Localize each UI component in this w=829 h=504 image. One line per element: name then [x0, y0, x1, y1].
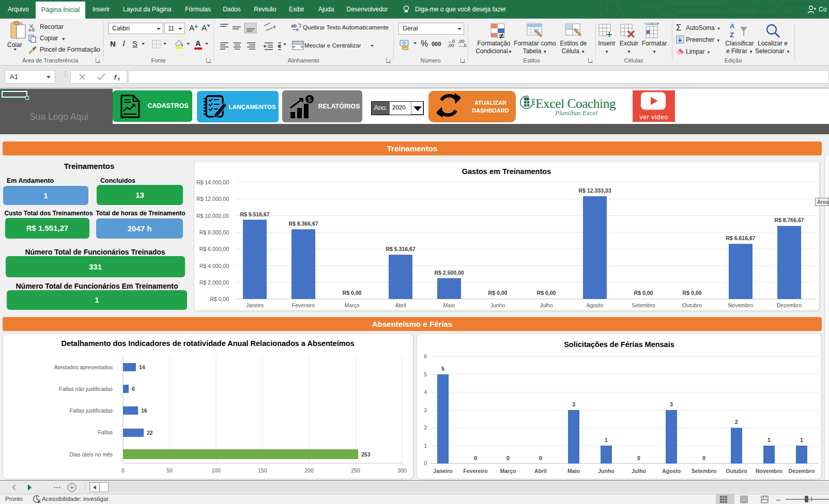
svg-text:Maio: Maio: [567, 468, 580, 474]
svg-text:Faltas não justificadas: Faltas não justificadas: [59, 386, 113, 392]
svg-text:Abril: Abril: [534, 468, 547, 474]
svg-text:A: A: [730, 22, 735, 30]
svg-text:Abril: Abril: [395, 302, 406, 308]
svg-text:R$ 5.316,67: R$ 5.316,67: [386, 246, 415, 252]
svg-text:R$ 0,00: R$ 0,00: [634, 290, 653, 296]
svg-text:R$ 0,00: R$ 0,00: [537, 290, 556, 296]
svg-text:Março: Março: [344, 302, 359, 308]
svg-text:R$ 8.000,00: R$ 8.000,00: [199, 229, 229, 235]
svg-text:1: 1: [424, 443, 427, 449]
svg-text:x: x: [117, 76, 121, 82]
svg-text:R$ 12.000,00: R$ 12.000,00: [196, 196, 229, 202]
svg-text:0: 0: [424, 460, 427, 466]
svg-text:Fevereiro: Fevereiro: [292, 302, 315, 308]
svg-text:250: 250: [351, 467, 360, 474]
svg-text:6: 6: [424, 353, 427, 359]
svg-text:R$ 10.000,00: R$ 10.000,00: [196, 213, 229, 219]
svg-text:150: 150: [258, 467, 267, 474]
svg-text:Janeiro: Janeiro: [246, 302, 264, 308]
svg-text:0: 0: [506, 455, 510, 461]
svg-text:50: 50: [166, 467, 173, 474]
svg-text:R$ 9.516,67: R$ 9.516,67: [240, 211, 269, 217]
svg-text:Outubro: Outubro: [726, 468, 747, 474]
svg-text:R$ 6.616,67: R$ 6.616,67: [726, 235, 755, 241]
svg-text:14: 14: [139, 364, 145, 370]
svg-text:2: 2: [735, 419, 738, 425]
svg-text:Faltas: Faltas: [98, 429, 113, 435]
svg-text:Planilhas Excel: Planilhas Excel: [555, 109, 597, 117]
svg-text:1: 1: [800, 437, 803, 443]
svg-text:Julho: Julho: [632, 468, 646, 474]
svg-text:f: f: [114, 73, 117, 81]
svg-text:R$ 14.000,00: R$ 14.000,00: [196, 179, 229, 185]
svg-text:R$ 0,00: R$ 0,00: [210, 296, 229, 302]
svg-text:100: 100: [211, 467, 221, 474]
svg-text:Solicitações de Férias Mensais: Solicitações de Férias Mensais: [564, 340, 674, 349]
svg-text:Novembro: Novembro: [756, 468, 782, 474]
svg-text:R$ 0,00: R$ 0,00: [488, 290, 508, 296]
svg-text:1: 1: [605, 437, 608, 443]
svg-text:Março: Março: [500, 468, 516, 474]
svg-text:2: 2: [424, 424, 427, 431]
svg-text:≠: ≠: [499, 32, 504, 39]
svg-text:Z: Z: [730, 31, 734, 39]
svg-text:0: 0: [539, 455, 542, 461]
svg-text:0: 0: [474, 455, 477, 461]
svg-text:Janeiro: Janeiro: [433, 468, 452, 474]
svg-text:Agosto: Agosto: [662, 468, 681, 474]
svg-text:3: 3: [424, 407, 427, 413]
svg-text:22: 22: [147, 430, 153, 436]
svg-text:0: 0: [121, 467, 125, 474]
svg-text:3: 3: [670, 401, 673, 407]
svg-text:Julho: Julho: [540, 302, 552, 308]
svg-text:Dezembro: Dezembro: [777, 302, 802, 308]
svg-text:3: 3: [572, 401, 575, 407]
svg-text:0: 0: [637, 455, 640, 461]
svg-text:200: 200: [304, 467, 314, 474]
svg-text:1: 1: [767, 437, 771, 443]
svg-text:Dezembro: Dezembro: [789, 468, 815, 474]
svg-text:Junho: Junho: [490, 302, 505, 308]
svg-text:ab: ab: [291, 23, 297, 28]
svg-text:5: 5: [441, 366, 444, 372]
svg-text:Novembro: Novembro: [728, 302, 754, 308]
svg-text:R$ 2.500,00: R$ 2.500,00: [434, 270, 464, 276]
svg-text:Faltas justificadas: Faltas justificadas: [70, 407, 113, 414]
svg-text:R$ 2.000,00: R$ 2.000,00: [199, 279, 229, 286]
svg-text:R$ 8.766,67: R$ 8.766,67: [774, 217, 804, 223]
svg-text:Junho: Junho: [598, 468, 615, 474]
svg-text:Setembro: Setembro: [632, 302, 655, 308]
svg-text:Agosto: Agosto: [587, 302, 604, 308]
svg-text:R$ 12.333,33: R$ 12.333,33: [578, 187, 611, 194]
svg-text:$: $: [308, 96, 312, 103]
svg-text:5: 5: [424, 371, 427, 377]
svg-text:R$ 0,00: R$ 0,00: [343, 290, 362, 296]
svg-text:R$ 8.366,67: R$ 8.366,67: [288, 220, 318, 227]
svg-text:16: 16: [141, 407, 147, 414]
svg-text:Outubro: Outubro: [682, 302, 702, 308]
svg-text:6: 6: [132, 386, 135, 392]
svg-text:R$ 6.000,00: R$ 6.000,00: [199, 246, 229, 252]
svg-text:Maio: Maio: [443, 302, 455, 308]
svg-text:Fevereiro: Fevereiro: [463, 468, 487, 474]
svg-text:Atestados apresentados: Atestados apresentados: [54, 364, 113, 370]
svg-text:R$ 0,00: R$ 0,00: [683, 290, 702, 296]
svg-text:Setembro: Setembro: [692, 468, 716, 474]
svg-text:0: 0: [702, 455, 705, 461]
svg-text:4: 4: [424, 389, 427, 395]
svg-text:Detalhamento dos Indicadores d: Detalhamento dos Indicadores de rotativi…: [62, 339, 355, 348]
svg-text:R$ 4.000,00: R$ 4.000,00: [199, 263, 229, 269]
svg-text:300: 300: [397, 467, 407, 474]
svg-text:Dias úteis no mês: Dias úteis no mês: [70, 451, 113, 458]
svg-text:253: 253: [361, 451, 371, 458]
svg-text:Gastos em Treinamentos: Gastos em Treinamentos: [462, 167, 551, 176]
